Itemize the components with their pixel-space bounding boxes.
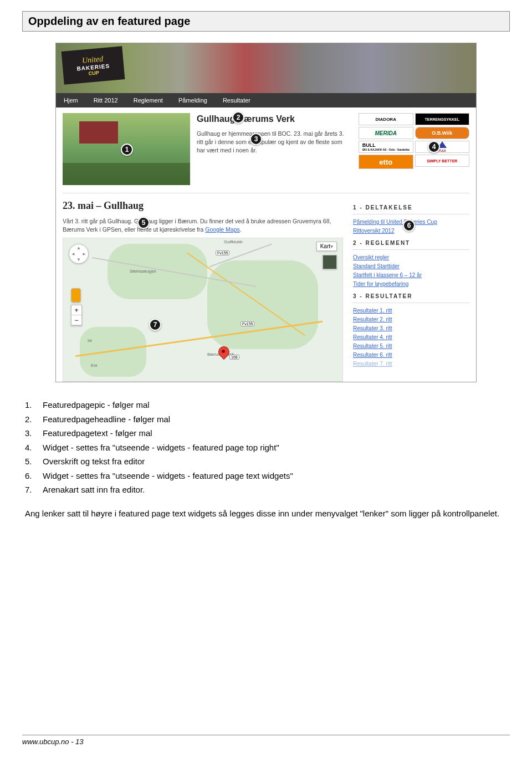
body-paragraph: Ang lenker satt til høyre i featured pag…	[25, 508, 507, 520]
sidebar-widget: 1 - DELTAKELSE Påmelding til United Bake…	[353, 200, 469, 382]
main-nav: Hjem Ritt 2012 Reglement Påmelding Resul…	[56, 93, 476, 107]
featured-row: 1 Gullhaug Bærums Verk 2 Gullhaug er hje…	[56, 107, 476, 191]
sidebar-link-oversikt[interactable]: Oversikt regler	[353, 253, 469, 262]
badge-1: 1	[121, 144, 133, 156]
para-text-b: .	[240, 226, 242, 233]
map-type-dropdown[interactable]: Kart	[316, 242, 337, 251]
body-text: 1.Featuredpagepic - følger mal 2.Feature…	[22, 399, 510, 520]
numbered-list: 1.Featuredpagepic - følger mal 2.Feature…	[25, 399, 507, 496]
map-pan-control[interactable]: ▲ ▼	[69, 244, 89, 264]
list-item: 4.Widget - settes fra "utseende - widget…	[25, 442, 507, 454]
list-item: 2.Featuredpageheadline - følger mal	[25, 413, 507, 426]
nav-hjem[interactable]: Hjem	[56, 93, 86, 107]
content-heading: 23. mai – Gullhaug	[63, 200, 343, 212]
sidebar-sec1-title: 1 - DELTAKELSE	[353, 204, 469, 214]
featured-page-pic: 1	[63, 113, 190, 185]
road-shield-fv155a: Fv155	[216, 250, 229, 255]
map-label-isi: Isi	[88, 338, 92, 343]
sidebar-link-res3[interactable]: Resultater 3. ritt	[353, 324, 469, 333]
arena-map[interactable]: Steinsskogen Bærums Verk Isi Eni Golfklu…	[63, 238, 343, 382]
logo-cup: CUP	[88, 70, 99, 76]
list-num: 7.	[25, 484, 32, 496]
badge-2: 2	[232, 111, 244, 124]
list-num: 2.	[25, 413, 32, 426]
map-pin-icon	[218, 346, 228, 362]
sidebar-link-res2[interactable]: Resultater 2. ritt	[353, 315, 469, 324]
road-shield-fv155b: Fv155	[241, 321, 254, 326]
sponsor-fuji-text: FUJI	[438, 149, 446, 152]
main-content-row: 23. mai – Gullhaug Vårt 3. ritt går på G…	[56, 196, 476, 382]
featured-body-text: Gullhaug er hjemmearenaen til BOC. 23. m…	[197, 130, 344, 153]
sidebar-link-loype[interactable]: Tider for løypebefaring	[353, 280, 469, 289]
list-num: 6.	[25, 470, 32, 483]
sponsor-bull: BULL SKI & KAJAKK AS · Oslo · Sandvika	[359, 141, 413, 153]
para-text-a: Vårt 3. ritt går på Gullhaug. Gullhaug l…	[63, 218, 331, 233]
google-maps-link[interactable]: Google Maps	[205, 226, 239, 233]
list-item: 3.Featuredpagetext - følger mal	[25, 427, 507, 440]
map-label-steinsskogen: Steinsskogen	[130, 269, 156, 274]
nav-pamelding[interactable]: Påmelding	[171, 93, 215, 107]
list-text: Arenakart satt inn fra editor.	[43, 485, 145, 494]
badge-5: 5	[137, 217, 150, 229]
sidebar-link-res7[interactable]: Resultater 7. ritt	[353, 360, 469, 368]
nav-reglement[interactable]: Reglement	[126, 93, 171, 107]
nav-resultater[interactable]: Resultater	[215, 93, 258, 107]
map-zoom-in-button[interactable]: +	[71, 305, 81, 315]
sidebar-link-res5[interactable]: Resultater 5. ritt	[353, 342, 469, 351]
list-num: 5.	[25, 455, 32, 468]
sponsor-bull-sub: SKI & KAJAKK AS · Oslo · Sandvika	[362, 148, 410, 151]
list-text: Featuredpagetext - følger mal	[43, 428, 152, 438]
embedded-screenshot: United BAKERIES CUP Hjem Ritt 2012 Regle…	[55, 43, 477, 382]
divider	[63, 193, 469, 193]
list-text: Featuredpageheadline - følger mal	[43, 414, 170, 424]
page-footer: www.ubcup.no - 13	[22, 735, 510, 746]
list-text: Overskrift og tekst fra editor	[43, 457, 145, 466]
map-pegman-icon[interactable]	[71, 288, 81, 303]
map-label-eni: Eni	[91, 363, 98, 368]
list-item: 7.Arenakart satt inn fra editor.	[25, 484, 507, 496]
list-text: Widget - settes fra "utseende - widgets …	[43, 471, 293, 480]
sidebar-link-res6[interactable]: Resultater 6. ritt	[353, 351, 469, 360]
content-paragraph: Vårt 3. ritt går på Gullhaug. Gullhaug l…	[63, 217, 343, 233]
banner-logo: United BAKERIES CUP	[62, 46, 125, 84]
map-satellite-toggle[interactable]	[323, 255, 337, 269]
sponsor-bull-text: BULL	[362, 142, 376, 148]
map-label-golf: Golfklubb	[224, 239, 243, 244]
sponsor-etto: etto	[359, 155, 413, 169]
badge-7: 7	[149, 319, 161, 331]
sidebar-sec2-title: 2 - REGLEMENT	[353, 240, 469, 250]
featured-headline-text: Gullhaug Bærums Verk	[197, 114, 295, 124]
list-item: 1.Featuredpagepic - følger mal	[25, 399, 507, 412]
list-text: Featuredpagepic - følger mal	[43, 400, 150, 409]
sponsor-fuji: FUJI	[415, 141, 470, 153]
featured-text-block: Gullhaug Bærums Verk 2 Gullhaug er hjemm…	[197, 113, 352, 185]
list-num: 1.	[25, 399, 32, 412]
map-zoom-control[interactable]: + −	[71, 305, 82, 326]
section-header: Oppdeling av en featured page	[22, 11, 510, 32]
list-num: 4.	[25, 442, 32, 454]
sidebar-link-startfelt[interactable]: Startfelt i klassene 6 – 12 år	[353, 271, 469, 280]
list-item: 5.Overskrift og tekst fra editor	[25, 455, 507, 468]
road-shield-168: 168	[229, 355, 239, 360]
list-text: Widget - settes fra "utseende - widgets …	[43, 443, 279, 452]
sponsor-widget: DIADORA TERRENGSYKKEL MERIDA O.B.Wiik BU…	[359, 113, 469, 185]
badge-6: 6	[403, 219, 415, 232]
main-content-left: 23. mai – Gullhaug Vårt 3. ritt går på G…	[63, 200, 343, 382]
sponsor-diadora: DIADORA	[359, 113, 413, 125]
sidebar-sec3-title: 3 - RESULTATER	[353, 293, 469, 303]
sponsor-simply: SIMPLY BETTER	[415, 155, 470, 167]
site-banner: United BAKERIES CUP	[56, 43, 476, 93]
map-zoom-out-button[interactable]: −	[71, 315, 81, 325]
sidebar-link-starttider[interactable]: Standard Starttider	[353, 262, 469, 271]
sidebar-link-res1[interactable]: Resultater 1. ritt	[353, 306, 469, 315]
sponsor-terrengsykkel: TERRENGSYKKEL	[415, 113, 470, 125]
list-item: 6.Widget - settes fra "utseende - widget…	[25, 470, 507, 483]
sponsor-merida: MERIDA	[359, 127, 413, 139]
list-num: 3.	[25, 427, 32, 440]
featured-headline: Gullhaug Bærums Verk 2	[197, 113, 352, 125]
badge-4: 4	[428, 141, 440, 153]
nav-ritt[interactable]: Ritt 2012	[86, 93, 126, 107]
sponsor-obwiik: O.B.Wiik	[415, 127, 470, 139]
sidebar-link-res4[interactable]: Resultater 4. ritt	[353, 333, 469, 342]
